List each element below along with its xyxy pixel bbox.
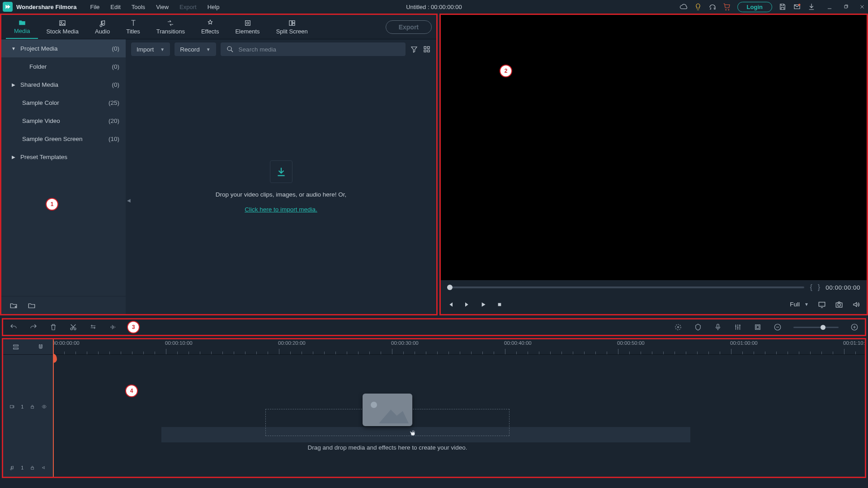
lock-icon[interactable] [30, 404, 35, 410]
cloud-icon[interactable] [679, 3, 688, 11]
search-icon [226, 45, 234, 53]
tree-item-preset-templates[interactable]: ▶Preset Templates [1, 148, 126, 166]
export-button[interactable]: Export [386, 20, 432, 34]
zoom-in-icon[interactable] [850, 323, 859, 331]
track-options-icon[interactable] [12, 343, 19, 351]
annotation-2: 2 [500, 65, 512, 77]
import-link[interactable]: Click here to import media. [245, 206, 317, 213]
snapshot-icon[interactable] [835, 300, 843, 309]
close-icon[interactable] [859, 4, 865, 10]
stop-icon[interactable] [496, 301, 503, 308]
tree-item-sample-video[interactable]: Sample Video(20) [1, 112, 126, 130]
tab-audio[interactable]: Audio [87, 15, 118, 39]
svg-point-2 [61, 22, 62, 23]
quality-dropdown[interactable]: Full▼ [790, 301, 809, 308]
voiceover-icon[interactable] [714, 323, 722, 331]
svg-point-16 [838, 303, 840, 306]
svg-rect-11 [424, 50, 426, 52]
menu-export: Export [179, 4, 197, 10]
video-track-header[interactable]: 1 [3, 384, 53, 429]
menu-edit[interactable]: Edit [110, 4, 120, 10]
tab-split-screen[interactable]: Split Screen [268, 15, 316, 39]
timeline-drop-caption: Drag and drop media and effects here to … [207, 444, 568, 451]
undo-icon[interactable] [9, 323, 18, 331]
cut-icon[interactable] [69, 323, 77, 331]
filter-icon[interactable] [410, 45, 418, 53]
tab-elements[interactable]: Elements [227, 15, 268, 39]
render-icon[interactable] [674, 323, 682, 331]
preview-scrubber[interactable] [447, 286, 804, 288]
mixer-icon[interactable] [734, 323, 742, 331]
magnet-icon[interactable] [37, 343, 44, 351]
tree-item-folder[interactable]: Folder(0) [1, 57, 126, 75]
audio-adjust-icon[interactable] [109, 323, 117, 331]
crop-icon[interactable] [754, 323, 762, 331]
adjust-icon[interactable] [89, 323, 97, 331]
ruler-label: 00:00:00:00 [53, 340, 80, 346]
chevron-down-icon: ▼ [206, 47, 211, 52]
ruler-label: 00:00:30:00 [391, 340, 419, 346]
message-icon[interactable] [793, 3, 801, 11]
menu-help[interactable]: Help [208, 4, 220, 10]
new-folder-icon[interactable] [9, 301, 18, 310]
headphones-icon[interactable] [708, 3, 717, 11]
tab-media[interactable]: Media [6, 15, 38, 39]
scrubber-thumb[interactable] [447, 285, 453, 290]
menu-view[interactable]: View [156, 4, 169, 10]
lightbulb-icon[interactable] [694, 3, 702, 11]
minimize-icon[interactable] [826, 4, 833, 10]
redo-icon[interactable] [29, 323, 38, 331]
zoom-slider[interactable] [793, 327, 839, 328]
preview-canvas[interactable] [441, 15, 867, 280]
tab-effects[interactable]: Effects [193, 15, 227, 39]
tree-item-project-media[interactable]: ▼Project Media(0) [1, 39, 126, 57]
speaker-icon[interactable] [42, 465, 47, 471]
timeline-ruler[interactable]: 00:00:00:0000:00:10:0000:00:20:0000:00:3… [53, 339, 865, 355]
delete-icon[interactable] [49, 323, 57, 331]
svg-point-19 [675, 324, 681, 330]
svg-rect-3 [245, 21, 250, 26]
ruler-label: 00:01:00:00 [730, 340, 758, 346]
lock-icon[interactable] [30, 465, 35, 471]
zoom-out-icon[interactable] [774, 323, 782, 331]
menu-file[interactable]: File [90, 4, 99, 10]
mark-in-icon[interactable]: { [810, 283, 812, 291]
svg-rect-31 [31, 468, 34, 469]
eye-icon[interactable] [42, 404, 47, 410]
display-icon[interactable] [818, 300, 826, 309]
download-icon[interactable] [807, 3, 816, 11]
playhead[interactable] [53, 339, 54, 477]
search-input[interactable] [239, 46, 400, 53]
login-button[interactable]: Login [737, 2, 772, 12]
next-frame-icon[interactable] [463, 301, 471, 308]
tree-item-shared-media[interactable]: ▶Shared Media(0) [1, 75, 126, 94]
search-input-wrap[interactable] [221, 42, 406, 56]
chevron-down-icon: ▼ [804, 302, 809, 307]
tab-stock-media[interactable]: Stock Media [38, 15, 87, 39]
grab-cursor-icon [409, 429, 417, 437]
volume-icon[interactable] [852, 300, 860, 309]
marker-icon[interactable] [694, 323, 702, 331]
svg-point-8 [227, 47, 231, 51]
menu-tools[interactable]: Tools [132, 4, 145, 10]
import-icon [270, 160, 292, 183]
svg-rect-6 [292, 21, 294, 23]
tree-item-sample-green-screen[interactable]: Sample Green Screen(10) [1, 130, 126, 148]
play-icon[interactable] [480, 301, 487, 308]
mark-out-icon[interactable]: } [818, 283, 820, 291]
open-folder-icon[interactable] [28, 301, 36, 310]
tab-transitions[interactable]: Transitions [148, 15, 193, 39]
save-icon[interactable] [778, 3, 787, 11]
zoom-thumb[interactable] [821, 325, 826, 330]
grid-view-icon[interactable] [423, 45, 431, 53]
svg-rect-7 [292, 23, 294, 26]
tree-item-sample-color[interactable]: Sample Color(25) [1, 94, 126, 112]
media-drop-area[interactable]: Drop your video clips, images, or audio … [126, 59, 436, 314]
audio-track-header[interactable]: 1 [3, 459, 53, 477]
record-dropdown[interactable]: Record▼ [175, 42, 216, 56]
tab-titles[interactable]: Titles [118, 15, 148, 39]
prev-frame-icon[interactable] [447, 301, 454, 308]
cart-icon[interactable] [723, 3, 731, 11]
maximize-icon[interactable] [843, 4, 849, 10]
import-dropdown[interactable]: Import▼ [131, 42, 170, 56]
